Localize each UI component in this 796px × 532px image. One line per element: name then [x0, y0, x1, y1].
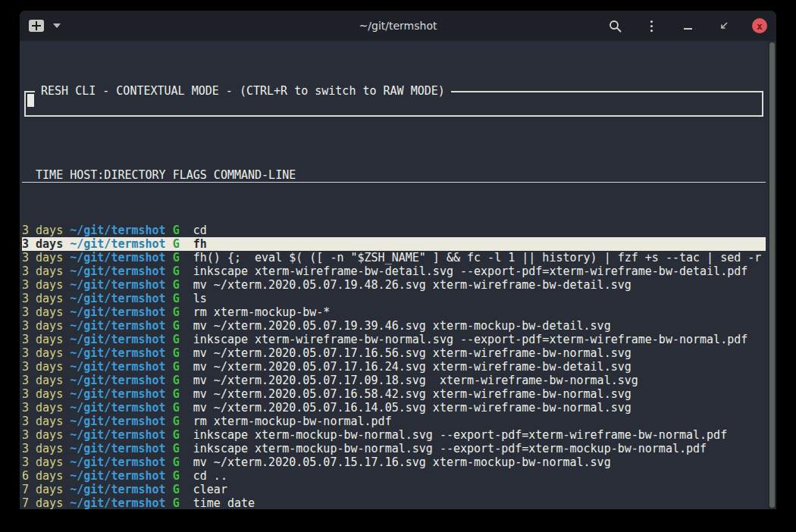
history-row[interactable]: 3 days ~/git/termshot G rm xterm-mockup-…	[22, 305, 766, 319]
spacer	[63, 415, 70, 428]
spacer	[63, 360, 70, 374]
spacer	[166, 319, 173, 333]
history-row[interactable]: 3 days ~/git/termshot G fh() {; eval $( …	[22, 251, 766, 264]
history-table-header: TIME HOST:DIRECTORY FLAGS COMMAND-LINE	[22, 168, 766, 183]
terminal-window: ~/git/termshot x	[20, 11, 776, 509]
history-row[interactable]: 3 days ~/git/termshot G mv ~/xterm.2020.…	[22, 278, 766, 292]
scrollbar-thumb[interactable]	[769, 42, 775, 508]
spacer	[63, 264, 70, 278]
row-command: mv ~/xterm.2020.05.07.16.58.42.svg xterm…	[193, 387, 631, 401]
spacer	[180, 333, 193, 346]
spacer	[180, 346, 193, 360]
spacer	[180, 264, 193, 278]
row-command: inkscape xterm-wireframe-bw-detail.svg -…	[193, 264, 748, 278]
spacer	[180, 278, 193, 292]
row-time: 3 days	[22, 251, 63, 264]
row-command: mv ~/xterm.2020.05.07.15.17.16.svg xterm…	[193, 455, 611, 469]
row-command: fh	[193, 237, 207, 251]
row-time: 3 days	[22, 360, 63, 374]
row-directory: ~/git/termshot	[70, 346, 165, 360]
history-row[interactable]: 3 days ~/git/termshot G inkscape xterm-m…	[22, 442, 766, 455]
row-time: 3 days	[22, 428, 63, 442]
history-row[interactable]: 7 days ~/git/termshot G clear	[22, 483, 766, 496]
spacer	[166, 346, 173, 360]
history-row[interactable]: 3 days ~/git/termshot G fh	[22, 237, 766, 251]
row-flags: G	[173, 319, 180, 333]
row-flags: G	[173, 442, 180, 455]
row-directory: ~/git/termshot	[70, 415, 165, 428]
spacer	[166, 278, 173, 292]
spacer	[180, 428, 193, 442]
row-command: cd ..	[193, 469, 227, 483]
row-directory: ~/git/termshot	[70, 455, 165, 469]
row-time: 6 days	[22, 469, 63, 483]
row-time: 3 days	[22, 455, 63, 469]
spacer	[63, 251, 70, 264]
history-row[interactable]: 3 days ~/git/termshot G mv ~/xterm.2020.…	[22, 455, 766, 469]
row-directory: ~/git/termshot	[70, 305, 165, 319]
row-directory: ~/git/termshot	[70, 333, 165, 346]
history-row[interactable]: 3 days ~/git/termshot G mv ~/xterm.2020.…	[22, 360, 766, 374]
history-row[interactable]: 6 days ~/git/termshot G cd ..	[22, 469, 766, 483]
row-time: 3 days	[22, 387, 63, 401]
row-flags: G	[173, 305, 180, 319]
spacer	[166, 237, 173, 251]
row-directory: ~/git/termshot	[70, 360, 165, 374]
spacer	[180, 292, 193, 305]
restore-icon[interactable]	[716, 17, 732, 34]
search-icon[interactable]	[606, 17, 623, 34]
history-row[interactable]: 3 days ~/git/termshot G mv ~/xterm.2020.…	[22, 346, 766, 360]
row-time: 3 days	[22, 401, 63, 415]
spacer	[166, 415, 173, 428]
row-directory: ~/git/termshot	[70, 401, 165, 415]
history-row[interactable]: 3 days ~/git/termshot G rm xterm-mockup-…	[22, 415, 766, 428]
row-command: rm xterm-mockup-bw-*	[193, 305, 331, 319]
row-directory: ~/git/termshot	[70, 278, 165, 292]
history-row[interactable]: 3 days ~/git/termshot G mv ~/xterm.2020.…	[22, 374, 766, 387]
row-command: fh() {; eval $( ([ -n "$ZSH_NAME" ] && f…	[193, 251, 762, 264]
spacer	[180, 360, 193, 374]
row-flags: G	[173, 496, 180, 509]
resh-mode-title: RESH CLI - CONTEXTUAL MODE - (CTRL+R to …	[35, 84, 451, 98]
row-directory: ~/git/termshot	[70, 224, 165, 237]
row-time: 3 days	[22, 237, 63, 251]
history-row[interactable]: 3 days ~/git/termshot G mv ~/xterm.2020.…	[22, 387, 766, 401]
spacer	[63, 469, 70, 483]
new-tab-icon[interactable]	[29, 20, 44, 32]
row-command: mv ~/xterm.2020.05.07.19.48.26.svg xterm…	[193, 278, 631, 292]
spacer	[180, 455, 193, 469]
menu-kebab-icon[interactable]	[643, 17, 660, 34]
row-flags: G	[173, 387, 180, 401]
text-cursor[interactable]	[27, 94, 34, 107]
row-command: mv ~/xterm.2020.05.07.17.16.24.svg xterm…	[193, 360, 631, 374]
history-row[interactable]: 3 days ~/git/termshot G mv ~/xterm.2020.…	[22, 319, 766, 333]
history-row[interactable]: 3 days ~/git/termshot G cd	[22, 224, 766, 237]
spacer	[180, 237, 193, 251]
history-row[interactable]: 3 days ~/git/termshot G inkscape xterm-w…	[22, 264, 766, 278]
spacer	[63, 442, 70, 455]
history-row[interactable]: 3 days ~/git/termshot G ls	[22, 292, 766, 305]
history-row[interactable]: 3 days ~/git/termshot G mv ~/xterm.2020.…	[22, 401, 766, 415]
row-directory: ~/git/termshot	[70, 292, 165, 305]
spacer	[180, 224, 193, 237]
history-row[interactable]: 3 days ~/git/termshot G inkscape xterm-w…	[22, 333, 766, 346]
spacer	[180, 319, 193, 333]
close-button[interactable]: x	[752, 18, 767, 33]
row-flags: G	[173, 469, 180, 483]
row-command: inkscape xterm-mockup-bw-normal.svg --ex…	[193, 442, 707, 455]
row-command: mv ~/xterm.2020.05.07.17.16.56.svg xterm…	[193, 346, 631, 360]
row-command: rm xterm-mockup-bw-normal.pdf	[193, 415, 392, 428]
history-row[interactable]: 7 days ~/git/termshot G time date	[22, 496, 766, 509]
chevron-down-icon[interactable]	[53, 23, 61, 28]
spacer	[63, 305, 70, 319]
row-time: 3 days	[22, 346, 63, 360]
row-command: mv ~/xterm.2020.05.07.19.39.46.svg xterm…	[193, 319, 611, 333]
minimize-icon[interactable]	[679, 17, 696, 34]
spacer	[166, 428, 173, 442]
spacer	[166, 333, 173, 346]
spacer	[63, 319, 70, 333]
history-row[interactable]: 3 days ~/git/termshot G inkscape xterm-m…	[22, 428, 766, 442]
row-time: 3 days	[22, 292, 63, 305]
row-command: mv ~/xterm.2020.05.07.16.14.05.svg xterm…	[193, 401, 631, 415]
scrollbar[interactable]	[768, 41, 776, 509]
